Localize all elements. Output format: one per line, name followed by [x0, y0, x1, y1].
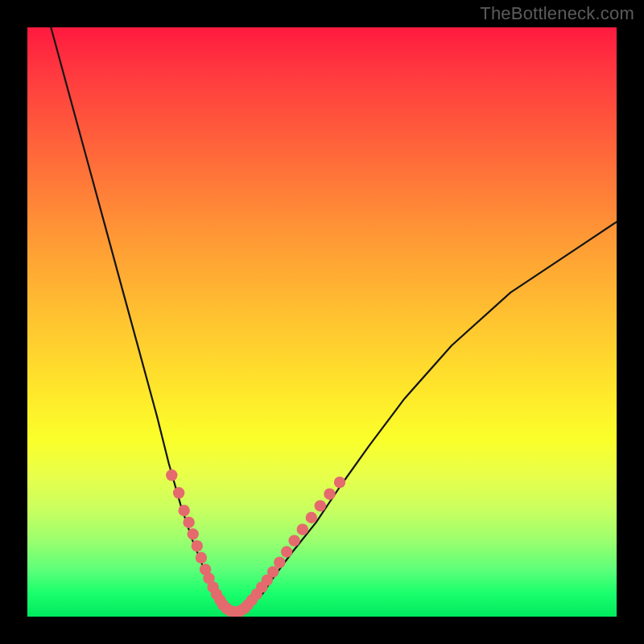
marker-dot	[179, 505, 190, 516]
marker-dot	[183, 517, 194, 528]
marker-dot	[281, 546, 292, 557]
marker-dot	[274, 557, 285, 568]
marker-dot	[288, 535, 299, 546]
marker-dot	[188, 528, 199, 539]
bottleneck-curve	[51, 27, 617, 611]
marker-dot	[324, 489, 335, 500]
plot-area	[27, 27, 617, 617]
marker-dot	[173, 487, 184, 498]
marker-dot	[334, 477, 345, 488]
marker-dot	[315, 500, 326, 511]
marker-dot	[192, 540, 203, 551]
marker-dot	[166, 469, 177, 481]
marker-dot	[196, 552, 207, 564]
chart-svg	[27, 27, 617, 617]
marker-dot	[306, 512, 317, 523]
marker-dot	[297, 524, 308, 535]
marker-cluster	[166, 469, 345, 617]
chart-frame: TheBottleneck.com	[0, 0, 644, 644]
watermark-text: TheBottleneck.com	[480, 3, 634, 24]
marker-dot	[267, 566, 279, 577]
